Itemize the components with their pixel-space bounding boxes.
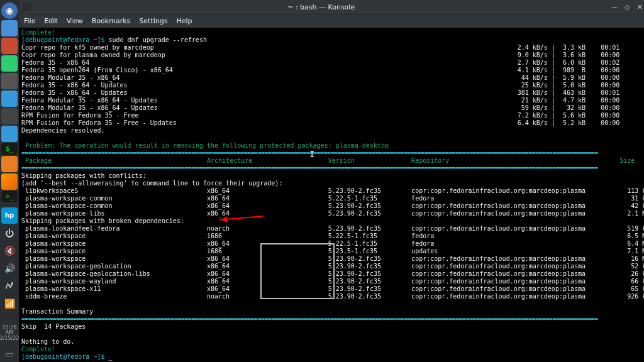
terminal-icon[interactable]: >_: [1, 191, 18, 202]
fedora-menu-icon[interactable]: ◉: [1, 3, 18, 19]
menu-file[interactable]: File: [24, 17, 35, 25]
titlebar[interactable]: ~ : bash — Konsole ─ ◇ ✕: [19, 0, 644, 14]
battery-icon[interactable]: 🗲: [1, 278, 18, 294]
power-icon[interactable]: ⏻: [1, 225, 18, 241]
menubar: File Edit View Bookmarks Settings Help: [19, 14, 644, 28]
konsole-icon[interactable]: $_: [1, 143, 18, 155]
close-button[interactable]: ✕: [635, 2, 644, 12]
app-icon: [23, 3, 31, 11]
firefox-icon[interactable]: [1, 173, 18, 190]
clock-time: 10:26 AM: [0, 326, 19, 337]
terminal[interactable]: Complete! [debugpoint@fedora ~]$ sudo dn…: [19, 28, 644, 362]
menu-settings[interactable]: Settings: [139, 17, 167, 25]
app-icon[interactable]: [1, 156, 18, 172]
maximize-button[interactable]: ◇: [622, 2, 632, 12]
app-icon[interactable]: [1, 55, 18, 72]
menu-view[interactable]: View: [67, 17, 83, 25]
menu-help[interactable]: Help: [176, 17, 192, 25]
volume-icon[interactable]: 🔊: [1, 260, 18, 277]
app-icon[interactable]: [1, 126, 18, 142]
hp-icon[interactable]: hp: [1, 207, 18, 224]
files-icon[interactable]: [1, 20, 18, 36]
wifi-icon[interactable]: 📶: [1, 295, 18, 312]
text-cursor-icon: I: [309, 150, 314, 158]
mute-icon[interactable]: 🔇: [1, 243, 18, 259]
clock[interactable]: 10:26 AM 2/15/22: [0, 323, 19, 344]
minimize-button[interactable]: ─: [609, 2, 619, 12]
menu-bookmarks[interactable]: Bookmarks: [92, 17, 130, 25]
app-icon[interactable]: [1, 38, 18, 54]
menu-edit[interactable]: Edit: [44, 17, 57, 25]
dock: ◉ $_ >_ hp ⏻ 🔇 🔊 🗲 📶 10:26 AM 2/15/22 ▭: [0, 0, 19, 362]
window-title: ~ : bash — Konsole: [35, 3, 607, 11]
show-desktop-icon[interactable]: ▭: [1, 346, 18, 362]
app-icon[interactable]: [1, 108, 18, 124]
clock-date: 2/15/22: [0, 336, 19, 342]
app-icon[interactable]: [1, 90, 18, 107]
app-icon[interactable]: [1, 73, 18, 89]
konsole-window: ~ : bash — Konsole ─ ◇ ✕ File Edit View …: [19, 0, 644, 362]
